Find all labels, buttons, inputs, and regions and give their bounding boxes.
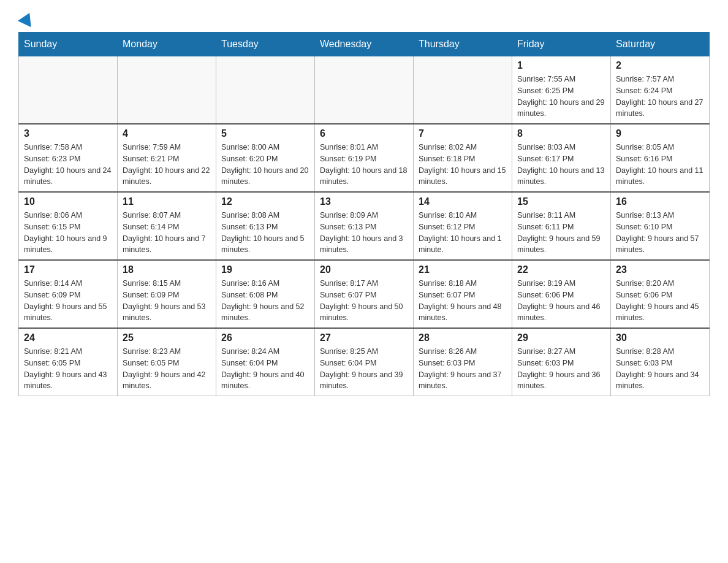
day-number: 3	[24, 128, 112, 139]
day-number: 22	[517, 264, 605, 275]
calendar-week-row: 24Sunrise: 8:21 AMSunset: 6:05 PMDayligh…	[19, 328, 710, 396]
calendar-cell: 19Sunrise: 8:16 AMSunset: 6:08 PMDayligh…	[216, 260, 315, 328]
day-info: Sunrise: 8:17 AMSunset: 6:07 PMDaylight:…	[320, 278, 408, 324]
day-info: Sunrise: 8:15 AMSunset: 6:09 PMDaylight:…	[123, 278, 211, 324]
day-number: 20	[320, 264, 408, 275]
calendar-cell: 17Sunrise: 8:14 AMSunset: 6:09 PMDayligh…	[19, 260, 118, 328]
calendar-cell: 15Sunrise: 8:11 AMSunset: 6:11 PMDayligh…	[512, 192, 611, 260]
calendar-cell	[19, 56, 118, 124]
calendar-cell: 1Sunrise: 7:55 AMSunset: 6:25 PMDaylight…	[512, 56, 611, 124]
logo	[18, 12, 36, 22]
day-number: 12	[221, 196, 309, 207]
calendar-cell: 24Sunrise: 8:21 AMSunset: 6:05 PMDayligh…	[19, 328, 118, 396]
day-info: Sunrise: 8:20 AMSunset: 6:06 PMDaylight:…	[616, 278, 704, 324]
calendar-cell: 5Sunrise: 8:00 AMSunset: 6:20 PMDaylight…	[216, 124, 315, 192]
day-number: 30	[616, 332, 704, 343]
calendar-cell: 22Sunrise: 8:19 AMSunset: 6:06 PMDayligh…	[512, 260, 611, 328]
calendar-cell: 29Sunrise: 8:27 AMSunset: 6:03 PMDayligh…	[512, 328, 611, 396]
day-info: Sunrise: 8:19 AMSunset: 6:06 PMDaylight:…	[517, 278, 605, 324]
calendar-cell: 21Sunrise: 8:18 AMSunset: 6:07 PMDayligh…	[414, 260, 512, 328]
calendar-week-row: 17Sunrise: 8:14 AMSunset: 6:09 PMDayligh…	[19, 260, 710, 328]
calendar-cell: 7Sunrise: 8:02 AMSunset: 6:18 PMDaylight…	[414, 124, 512, 192]
day-header-sunday: Sunday	[19, 33, 118, 56]
calendar-cell: 28Sunrise: 8:26 AMSunset: 6:03 PMDayligh…	[414, 328, 512, 396]
calendar-table: SundayMondayTuesdayWednesdayThursdayFrid…	[18, 32, 710, 396]
calendar-header-row: SundayMondayTuesdayWednesdayThursdayFrid…	[19, 33, 710, 56]
day-info: Sunrise: 8:00 AMSunset: 6:20 PMDaylight:…	[221, 142, 309, 188]
calendar-cell: 11Sunrise: 8:07 AMSunset: 6:14 PMDayligh…	[118, 192, 216, 260]
day-number: 19	[221, 264, 309, 275]
calendar-cell: 8Sunrise: 8:03 AMSunset: 6:17 PMDaylight…	[512, 124, 611, 192]
day-header-saturday: Saturday	[611, 33, 710, 56]
logo-triangle-icon	[18, 10, 36, 27]
day-number: 10	[24, 196, 112, 207]
day-number: 18	[123, 264, 211, 275]
day-number: 11	[123, 196, 211, 207]
day-info: Sunrise: 8:11 AMSunset: 6:11 PMDaylight:…	[517, 210, 605, 256]
day-number: 29	[517, 332, 605, 343]
day-info: Sunrise: 8:24 AMSunset: 6:04 PMDaylight:…	[221, 346, 309, 392]
day-info: Sunrise: 8:27 AMSunset: 6:03 PMDaylight:…	[517, 346, 605, 392]
day-number: 8	[517, 128, 605, 139]
day-number: 1	[517, 60, 605, 71]
calendar-cell: 14Sunrise: 8:10 AMSunset: 6:12 PMDayligh…	[414, 192, 512, 260]
calendar-cell	[315, 56, 414, 124]
day-number: 21	[419, 264, 507, 275]
day-header-thursday: Thursday	[414, 33, 512, 56]
calendar-cell: 30Sunrise: 8:28 AMSunset: 6:03 PMDayligh…	[611, 328, 710, 396]
day-number: 15	[517, 196, 605, 207]
calendar-cell: 18Sunrise: 8:15 AMSunset: 6:09 PMDayligh…	[118, 260, 216, 328]
day-number: 6	[320, 128, 408, 139]
day-number: 13	[320, 196, 408, 207]
day-number: 27	[320, 332, 408, 343]
day-info: Sunrise: 7:57 AMSunset: 6:24 PMDaylight:…	[616, 74, 704, 120]
calendar-cell	[216, 56, 315, 124]
calendar-cell: 13Sunrise: 8:09 AMSunset: 6:13 PMDayligh…	[315, 192, 414, 260]
calendar-cell	[414, 56, 512, 124]
calendar-cell: 2Sunrise: 7:57 AMSunset: 6:24 PMDaylight…	[611, 56, 710, 124]
day-number: 25	[123, 332, 211, 343]
calendar-cell: 3Sunrise: 7:58 AMSunset: 6:23 PMDaylight…	[19, 124, 118, 192]
day-info: Sunrise: 8:26 AMSunset: 6:03 PMDaylight:…	[419, 346, 507, 392]
day-number: 9	[616, 128, 704, 139]
day-info: Sunrise: 8:18 AMSunset: 6:07 PMDaylight:…	[419, 278, 507, 324]
day-info: Sunrise: 8:02 AMSunset: 6:18 PMDaylight:…	[419, 142, 507, 188]
calendar-cell: 4Sunrise: 7:59 AMSunset: 6:21 PMDaylight…	[118, 124, 216, 192]
calendar-cell: 9Sunrise: 8:05 AMSunset: 6:16 PMDaylight…	[611, 124, 710, 192]
day-number: 17	[24, 264, 112, 275]
day-info: Sunrise: 8:07 AMSunset: 6:14 PMDaylight:…	[123, 210, 211, 256]
day-info: Sunrise: 8:13 AMSunset: 6:10 PMDaylight:…	[616, 210, 704, 256]
day-info: Sunrise: 8:23 AMSunset: 6:05 PMDaylight:…	[123, 346, 211, 392]
calendar-cell: 27Sunrise: 8:25 AMSunset: 6:04 PMDayligh…	[315, 328, 414, 396]
day-header-tuesday: Tuesday	[216, 33, 315, 56]
calendar-cell: 10Sunrise: 8:06 AMSunset: 6:15 PMDayligh…	[19, 192, 118, 260]
day-info: Sunrise: 7:55 AMSunset: 6:25 PMDaylight:…	[517, 74, 605, 120]
day-info: Sunrise: 8:14 AMSunset: 6:09 PMDaylight:…	[24, 278, 112, 324]
day-number: 24	[24, 332, 112, 343]
day-header-wednesday: Wednesday	[315, 33, 414, 56]
day-number: 16	[616, 196, 704, 207]
day-info: Sunrise: 8:09 AMSunset: 6:13 PMDaylight:…	[320, 210, 408, 256]
calendar-cell: 16Sunrise: 8:13 AMSunset: 6:10 PMDayligh…	[611, 192, 710, 260]
day-info: Sunrise: 7:59 AMSunset: 6:21 PMDaylight:…	[123, 142, 211, 188]
day-info: Sunrise: 7:58 AMSunset: 6:23 PMDaylight:…	[24, 142, 112, 188]
page-header	[18, 12, 710, 22]
calendar-cell: 26Sunrise: 8:24 AMSunset: 6:04 PMDayligh…	[216, 328, 315, 396]
day-info: Sunrise: 8:21 AMSunset: 6:05 PMDaylight:…	[24, 346, 112, 392]
calendar-week-row: 10Sunrise: 8:06 AMSunset: 6:15 PMDayligh…	[19, 192, 710, 260]
calendar-week-row: 1Sunrise: 7:55 AMSunset: 6:25 PMDaylight…	[19, 56, 710, 124]
day-info: Sunrise: 8:05 AMSunset: 6:16 PMDaylight:…	[616, 142, 704, 188]
day-number: 14	[419, 196, 507, 207]
day-number: 26	[221, 332, 309, 343]
day-info: Sunrise: 8:28 AMSunset: 6:03 PMDaylight:…	[616, 346, 704, 392]
calendar-cell: 20Sunrise: 8:17 AMSunset: 6:07 PMDayligh…	[315, 260, 414, 328]
calendar-cell	[118, 56, 216, 124]
day-info: Sunrise: 8:16 AMSunset: 6:08 PMDaylight:…	[221, 278, 309, 324]
day-number: 28	[419, 332, 507, 343]
day-info: Sunrise: 8:03 AMSunset: 6:17 PMDaylight:…	[517, 142, 605, 188]
day-header-monday: Monday	[118, 33, 216, 56]
day-info: Sunrise: 8:06 AMSunset: 6:15 PMDaylight:…	[24, 210, 112, 256]
calendar-cell: 6Sunrise: 8:01 AMSunset: 6:19 PMDaylight…	[315, 124, 414, 192]
calendar-cell: 23Sunrise: 8:20 AMSunset: 6:06 PMDayligh…	[611, 260, 710, 328]
calendar-cell: 25Sunrise: 8:23 AMSunset: 6:05 PMDayligh…	[118, 328, 216, 396]
